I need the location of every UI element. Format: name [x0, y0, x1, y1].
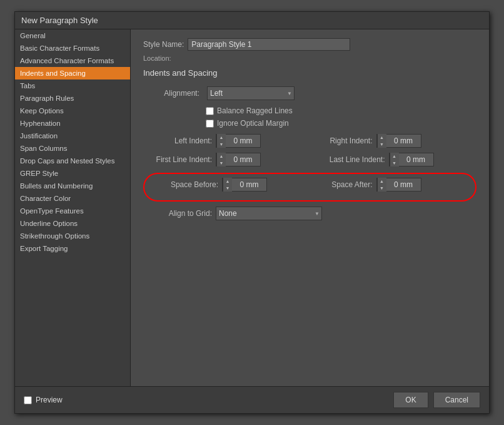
sidebar-item-drop-caps-and-nested-styles[interactable]: Drop Caps and Nested Styles: [15, 155, 130, 167]
space-before-input[interactable]: [232, 179, 266, 190]
alignment-dropdown-wrapper: Left Center Right Justify: [207, 86, 295, 100]
last-line-indent-input[interactable]: [399, 154, 433, 165]
sidebar-item-keep-options[interactable]: Keep Options: [15, 105, 130, 117]
right-indent-row: Right Indent: ▲ ▼: [316, 134, 477, 148]
style-name-row: Style Name:: [143, 38, 476, 51]
space-after-down[interactable]: ▼: [378, 185, 386, 192]
sidebar-item-strikethrough-options[interactable]: Strikethrough Options: [15, 230, 130, 242]
space-after-label: Space After:: [316, 180, 373, 189]
align-grid-row: Align to Grid: None All Lines First Line…: [143, 207, 476, 220]
space-after-row: Space After: ▲ ▼: [316, 178, 471, 192]
last-line-indent-spinbox-btns: ▲ ▼: [390, 153, 399, 166]
space-before-col: Space Before: ▲ ▼: [149, 178, 304, 197]
preview-checkbox[interactable]: [24, 396, 32, 404]
space-before-spinbox: ▲ ▼: [222, 178, 267, 192]
last-line-indent-row: Last Line Indent: ▲ ▼: [316, 153, 477, 166]
ignore-optical-label: Ignore Optical Margin: [217, 119, 289, 128]
last-line-indent-col: Last Line Indent: ▲ ▼: [316, 153, 477, 172]
last-line-indent-down[interactable]: ▼: [390, 160, 399, 166]
last-line-indent-label: Last Line Indent:: [316, 155, 385, 164]
first-line-indent-spinbox: ▲ ▼: [216, 153, 261, 166]
first-line-indent-down[interactable]: ▼: [217, 160, 226, 166]
section-title: Indents and Spacing: [143, 68, 476, 78]
sidebar: GeneralBasic Character FormatsAdvanced C…: [15, 29, 131, 386]
ignore-optical-row: Ignore Optical Margin: [206, 119, 476, 128]
indent-row-1: Left Indent: ▲ ▼: [143, 134, 476, 153]
right-indent-up[interactable]: ▲: [378, 134, 386, 141]
footer-buttons: OK Cancel: [393, 392, 480, 408]
last-line-indent-up[interactable]: ▲: [390, 153, 399, 160]
space-after-input[interactable]: [386, 179, 421, 190]
space-row: Space Before: ▲ ▼: [149, 178, 470, 197]
indents-section: Left Indent: ▲ ▼: [143, 134, 476, 220]
sidebar-item-hyphenation[interactable]: Hyphenation: [15, 117, 130, 130]
balance-ragged-label: Balance Ragged Lines: [217, 106, 293, 115]
sidebar-item-export-tagging[interactable]: Export Tagging: [15, 242, 130, 255]
dialog-footer: Preview OK Cancel: [15, 386, 489, 413]
sidebar-item-advanced-character-formats[interactable]: Advanced Character Formats: [15, 54, 130, 67]
space-before-down[interactable]: ▼: [223, 185, 232, 192]
balance-ragged-row: Balance Ragged Lines: [206, 106, 476, 115]
left-indent-label: Left Indent:: [143, 136, 212, 145]
sidebar-item-justification[interactable]: Justification: [15, 130, 130, 142]
first-line-indent-row: First Line Indent: ▲ ▼: [143, 153, 304, 166]
preview-label: Preview: [36, 396, 63, 404]
sidebar-item-span-columns[interactable]: Span Columns: [15, 142, 130, 155]
ok-button[interactable]: OK: [393, 392, 428, 408]
right-indent-col: Right Indent: ▲ ▼: [316, 134, 477, 153]
alignment-label: Alignment:: [143, 89, 199, 98]
space-before-row: Space Before: ▲ ▼: [149, 178, 304, 192]
style-name-input[interactable]: [188, 38, 350, 51]
first-line-indent-spinbox-btns: ▲ ▼: [216, 153, 226, 166]
dialog-title: New Paragraph Style: [21, 16, 98, 25]
left-indent-input[interactable]: [226, 135, 260, 146]
left-indent-spinbox: ▲ ▼: [216, 134, 261, 148]
sidebar-item-paragraph-rules[interactable]: Paragraph Rules: [15, 92, 130, 105]
alignment-control: Left Center Right Justify: [207, 86, 295, 100]
sidebar-item-underline-options[interactable]: Underline Options: [15, 217, 130, 230]
right-indent-input[interactable]: [386, 135, 421, 146]
right-indent-label: Right Indent:: [316, 136, 373, 145]
sidebar-item-indents-and-spacing[interactable]: Indents and Spacing: [15, 67, 130, 79]
space-row-highlight: Space Before: ▲ ▼: [143, 173, 476, 202]
space-after-spinbox-btns: ▲ ▼: [377, 178, 386, 192]
space-before-spinbox-btns: ▲ ▼: [223, 178, 232, 192]
alignment-select[interactable]: Left Center Right Justify: [207, 86, 295, 100]
sidebar-item-basic-character-formats[interactable]: Basic Character Formats: [15, 42, 130, 54]
left-indent-spinbox-btns: ▲ ▼: [216, 134, 226, 148]
sidebar-item-general[interactable]: General: [15, 29, 130, 42]
sidebar-item-grep-style[interactable]: GREP Style: [15, 167, 130, 180]
preview-row: Preview: [24, 396, 63, 404]
location-label: Location:: [143, 54, 171, 62]
align-grid-label: Align to Grid:: [143, 209, 212, 218]
space-before-label: Space Before:: [149, 180, 218, 189]
first-line-indent-label: First Line Indent:: [143, 155, 212, 164]
space-after-spinbox: ▲ ▼: [376, 178, 421, 192]
left-indent-down[interactable]: ▼: [217, 141, 226, 148]
first-line-indent-input[interactable]: [226, 154, 260, 165]
left-indent-up[interactable]: ▲: [217, 134, 226, 141]
space-before-up[interactable]: ▲: [223, 178, 232, 185]
cancel-button[interactable]: Cancel: [433, 392, 480, 408]
desktop: New Paragraph Style GeneralBasic Charact…: [0, 0, 504, 425]
space-after-col: Space After: ▲ ▼: [316, 178, 471, 197]
sidebar-item-character-color[interactable]: Character Color: [15, 192, 130, 205]
main-content: Style Name: Location: Indents and Spacin…: [131, 29, 489, 386]
right-indent-spinbox-btns: ▲ ▼: [377, 134, 386, 148]
align-grid-select[interactable]: None All Lines First Line Only: [216, 207, 322, 220]
left-indent-col: Left Indent: ▲ ▼: [143, 134, 304, 153]
style-name-label: Style Name:: [143, 40, 184, 49]
ignore-optical-checkbox[interactable]: [206, 120, 214, 128]
right-indent-down[interactable]: ▼: [378, 141, 386, 148]
dialog-body: GeneralBasic Character FormatsAdvanced C…: [15, 29, 489, 386]
location-row: Location:: [143, 54, 476, 62]
align-grid-dropdown-wrapper: None All Lines First Line Only: [216, 207, 322, 220]
sidebar-item-bullets-and-numbering[interactable]: Bullets and Numbering: [15, 180, 130, 192]
sidebar-item-tabs[interactable]: Tabs: [15, 79, 130, 92]
new-paragraph-style-dialog: New Paragraph Style GeneralBasic Charact…: [14, 11, 490, 414]
balance-ragged-checkbox[interactable]: [206, 107, 214, 115]
left-indent-row: Left Indent: ▲ ▼: [143, 134, 304, 148]
space-after-up[interactable]: ▲: [378, 178, 386, 185]
sidebar-item-opentype-features[interactable]: OpenType Features: [15, 205, 130, 217]
first-line-indent-up[interactable]: ▲: [217, 153, 226, 160]
